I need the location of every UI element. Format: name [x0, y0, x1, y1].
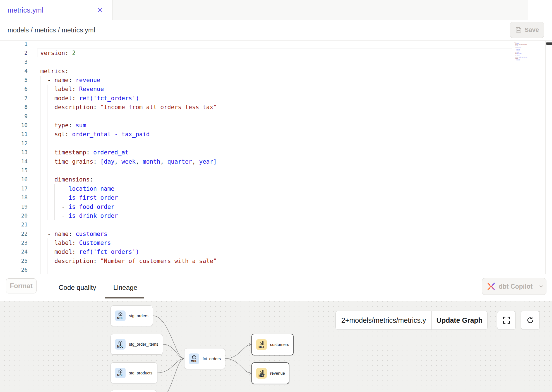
- code-line: dimensions:: [0, 175, 512, 184]
- badge-label: MDL: [117, 374, 123, 377]
- code-line: [0, 41, 512, 49]
- scrollbar-thumb[interactable]: [546, 42, 552, 45]
- model-cube-icon: [118, 312, 123, 317]
- model-badge: MDL: [115, 339, 126, 350]
- metric-badge: MET: [256, 339, 267, 350]
- indent-guide: [40, 175, 40, 184]
- code-line: [0, 58, 512, 66]
- indent-guide: [54, 211, 55, 220]
- code-line: - location_name: [0, 184, 512, 193]
- indent-guide: [40, 230, 40, 238]
- code-line: - name: customers: [0, 230, 512, 238]
- indent-guide: [47, 157, 47, 166]
- indent-guide: [40, 148, 40, 157]
- breadcrumb-segment[interactable]: metrics.yml: [62, 27, 95, 34]
- breadcrumb-segment[interactable]: metrics: [35, 27, 56, 34]
- indent-guide: [47, 148, 47, 157]
- indent-guide: [40, 85, 40, 94]
- indent-guide: [40, 166, 40, 175]
- node-label: stg_order_items: [129, 342, 158, 346]
- tab-code-quality[interactable]: Code quality: [59, 274, 96, 301]
- lineage-edge: [225, 359, 251, 374]
- lineage-node-stg_products[interactable]: MDLstg_products: [111, 362, 157, 383]
- lineage-node-stg_partial[interactable]: MDL: [111, 390, 157, 392]
- code-editor[interactable]: 1234567891011121314151617181920212223242…: [0, 41, 552, 274]
- metric-chart-icon: [259, 369, 264, 374]
- code-line: model: ref('fct_orders'): [0, 94, 512, 103]
- indent-guide: [47, 121, 47, 130]
- code-line: label: Customers: [0, 238, 512, 247]
- lineage-node-customers[interactable]: METcustomers: [251, 334, 294, 355]
- chevron-down-icon: [539, 284, 544, 289]
- badge-label: MDL: [117, 345, 123, 348]
- tab-strip: [113, 0, 528, 20]
- code-line: description: "Number of customers with a…: [0, 257, 512, 266]
- model-badge: MDL: [189, 353, 199, 364]
- model-badge: MDL: [115, 368, 126, 378]
- indent-guide: [47, 112, 47, 121]
- breadcrumb: models/metrics/metrics.yml: [8, 20, 95, 40]
- indent-guide: [40, 76, 40, 85]
- indent-guide: [54, 184, 55, 193]
- lineage-edge: [157, 359, 184, 373]
- metric-badge: MET: [256, 368, 267, 379]
- indent-guide: [47, 175, 47, 184]
- indent-guide: [40, 139, 40, 148]
- model-cube-icon: [118, 340, 123, 345]
- indent-guide: [47, 247, 47, 256]
- indent-guide: [47, 103, 47, 112]
- node-label: stg_products: [129, 371, 152, 375]
- indent-guide: [40, 247, 40, 256]
- code-line: - is_first_order: [0, 193, 512, 202]
- indent-guide: [40, 220, 40, 229]
- tab-metrics-yml[interactable]: metrics.yml: [0, 0, 113, 20]
- update-graph-button[interactable]: Update Graph: [432, 311, 487, 329]
- indent-guide: [47, 139, 47, 148]
- lineage-canvas[interactable]: MDLstg_ordersMDLstg_order_itemsMDLstg_pr…: [0, 301, 552, 392]
- code-line: version: 2: [0, 49, 512, 58]
- breadcrumb-segment[interactable]: models: [8, 27, 29, 34]
- code-line: metrics:: [0, 67, 512, 76]
- lineage-node-fct_orders[interactable]: MDLfct_orders: [184, 348, 225, 369]
- badge-label: MDL: [117, 317, 123, 320]
- breadcrumb-separator: /: [58, 27, 60, 34]
- indent-guide: [47, 266, 47, 274]
- close-tab-icon[interactable]: [97, 7, 103, 13]
- code-line: description: "Income from all orders les…: [0, 103, 512, 112]
- save-button[interactable]: Save: [510, 22, 544, 38]
- lineage-node-revenue[interactable]: METrevenue: [251, 362, 289, 384]
- badge-label: MET: [258, 374, 265, 377]
- lineage-selector-input[interactable]: [336, 311, 431, 329]
- indent-guide: [40, 238, 40, 247]
- indent-guide: [47, 193, 47, 202]
- code-line: timestamp: ordered_at: [0, 148, 512, 157]
- scrollbar-track[interactable]: [545, 41, 552, 274]
- indent-guide: [40, 266, 40, 274]
- indent-guide: [47, 130, 47, 139]
- minimap[interactable]: version: 2 metrics: - name: revenue labe…: [514, 41, 545, 74]
- code-line: type: sum: [0, 121, 512, 130]
- indent-guide: [40, 257, 40, 266]
- indent-guide: [40, 211, 40, 220]
- code-line: [0, 220, 512, 229]
- indent-guide: [47, 238, 47, 247]
- code-line: [0, 139, 512, 148]
- active-tab-underline: [105, 297, 144, 298]
- code-line: - is_food_order: [0, 202, 512, 211]
- refresh-graph-button[interactable]: [521, 311, 540, 330]
- badge-label: MET: [258, 345, 265, 348]
- fullscreen-button[interactable]: [497, 311, 516, 330]
- format-button[interactable]: Format: [6, 278, 37, 293]
- code-line: model: ref('fct_orders'): [0, 247, 512, 256]
- dbt-copilot-label: dbt Copilot: [499, 283, 532, 290]
- model-cube-icon: [192, 355, 196, 360]
- dbt-copilot-button[interactable]: dbt Copilot: [482, 278, 546, 295]
- code-line: - name: revenue: [0, 76, 512, 85]
- lineage-node-stg_order_items[interactable]: MDLstg_order_items: [111, 334, 163, 355]
- indent-guide: [47, 166, 47, 175]
- lineage-node-stg_orders[interactable]: MDLstg_orders: [111, 305, 153, 326]
- indent-guide: [40, 94, 40, 103]
- code-content[interactable]: version: 2metrics: - name: revenue label…: [0, 41, 512, 274]
- node-label: fct_orders: [203, 357, 221, 361]
- code-line: sql: order_total - tax_paid: [0, 130, 512, 139]
